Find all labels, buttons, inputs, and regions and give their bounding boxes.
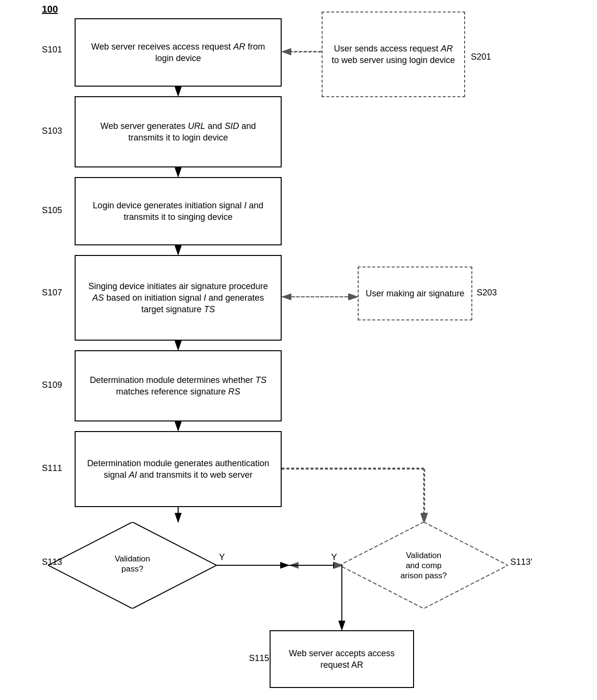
svg-text:pass?: pass? [121,564,143,573]
s113-diamond: Validation pass? [48,522,217,609]
y2-label: Y [331,552,337,562]
s115-label: Web server accepts access request AR [277,648,406,671]
s203-label: User making air signature [365,288,464,299]
s103-label: Web server generates URL and SID and tra… [82,120,274,144]
s201-box: User sends access request AR to web serv… [322,12,465,97]
s105-label: Login device generates initiation signal… [82,200,274,223]
s105-step-label: S105 [42,205,62,216]
s113-step-label: S113 [42,557,62,567]
svg-text:Validation: Validation [406,551,441,560]
s107-box: Singing device initiates air signature p… [75,255,282,341]
s113p-diamond: Validation and comp arison pass? [339,522,508,609]
s109-label: Determination module determines whether … [82,374,274,398]
s111-box: Determination module generates authentic… [75,431,282,507]
s115-box: Web server accepts access request AR [270,630,414,688]
s203-step-label: S203 [477,288,497,298]
s113p-step-label: S113' [510,557,532,567]
s103-step-label: S103 [42,126,62,136]
s115-step-label: S115 [249,653,269,663]
s203-box: User making air signature [358,267,472,320]
s105-box: Login device generates initiation signal… [75,177,282,245]
s107-step-label: S107 [42,288,62,298]
svg-text:and comp: and comp [406,561,442,570]
diagram-id: 100 [42,4,58,15]
y1-label: Y [219,552,225,562]
s109-box: Determination module determines whether … [75,350,282,421]
s201-label: User sends access request AR to web serv… [329,43,457,66]
flowchart-diagram: 100 Web server receives access request A… [0,0,597,700]
s111-step-label: S111 [42,463,62,473]
s109-step-label: S109 [42,380,62,390]
s101-box: Web server receives access request AR fr… [75,18,282,87]
s201-step-label: S201 [471,52,491,62]
s107-label: Singing device initiates air signature p… [82,280,274,316]
svg-text:arison pass?: arison pass? [401,571,447,580]
s101-step-label: S101 [42,45,62,55]
svg-text:Validation: Validation [115,554,150,563]
s103-box: Web server generates URL and SID and tra… [75,96,282,167]
s111-label: Determination module generates authentic… [82,458,274,481]
s101-label: Web server receives access request AR fr… [82,41,274,64]
